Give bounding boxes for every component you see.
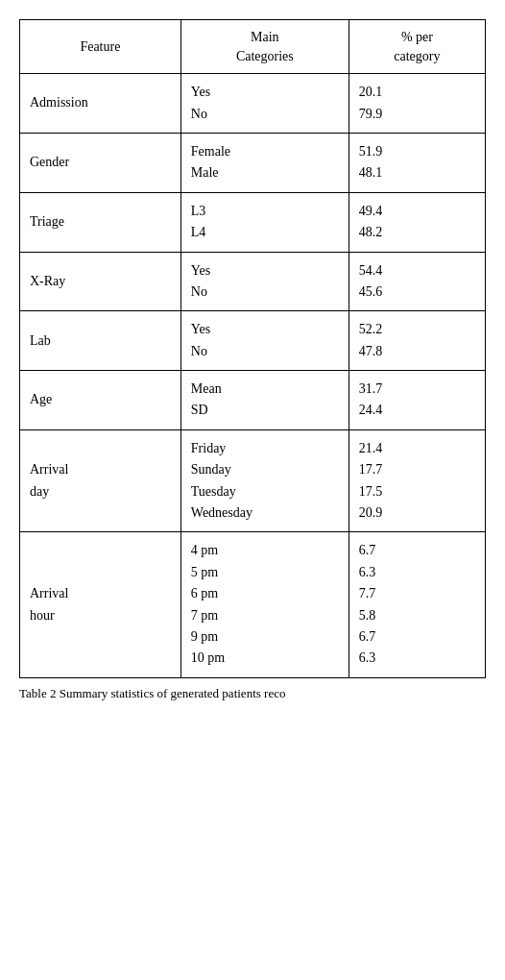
header-feature: Feature — [20, 20, 181, 74]
table-row: Age MeanSD 31.724.4 — [20, 371, 486, 430]
header-main-categories: MainCategories — [180, 20, 349, 74]
categories-arrival-day: FridaySundayTuesdayWednesday — [180, 429, 349, 532]
feature-admission: Admission — [20, 74, 181, 134]
categories-xray: YesNo — [180, 252, 349, 311]
categories-arrival-hour: 4 pm5 pm6 pm7 pm9 pm10 pm — [180, 532, 349, 677]
categories-gender: FemaleMale — [180, 133, 349, 192]
table-row: Triage L3L4 49.448.2 — [20, 192, 486, 252]
table-caption: Table 2 Summary statistics of generated … — [19, 686, 486, 701]
feature-lab: Lab — [20, 311, 181, 371]
percents-admission: 20.179.9 — [349, 74, 485, 134]
percents-arrival-day: 21.417.717.520.9 — [349, 429, 485, 532]
table-row: Admission YesNo 20.179.9 — [20, 74, 486, 134]
categories-lab: YesNo — [180, 311, 349, 371]
header-percent: % percategory — [349, 20, 485, 74]
summary-statistics-table: Feature MainCategories % percategory Adm… — [19, 19, 486, 678]
table-row: Arrivalday FridaySundayTuesdayWednesday … — [20, 429, 486, 532]
feature-xray: X-Ray — [20, 252, 181, 311]
table-row: Lab YesNo 52.247.8 — [20, 311, 486, 371]
table-container: Feature MainCategories % percategory Adm… — [19, 19, 486, 701]
feature-gender: Gender — [20, 133, 181, 192]
percents-xray: 54.445.6 — [349, 252, 485, 311]
percents-gender: 51.948.1 — [349, 133, 485, 192]
percents-triage: 49.448.2 — [349, 192, 485, 252]
table-row: Gender FemaleMale 51.948.1 — [20, 133, 486, 192]
percents-lab: 52.247.8 — [349, 311, 485, 371]
categories-triage: L3L4 — [180, 192, 349, 252]
percents-age: 31.724.4 — [349, 371, 485, 430]
feature-arrival-hour: Arrivalhour — [20, 532, 181, 677]
feature-age: Age — [20, 371, 181, 430]
table-row: Arrivalhour 4 pm5 pm6 pm7 pm9 pm10 pm 6.… — [20, 532, 486, 677]
table-row: X-Ray YesNo 54.445.6 — [20, 252, 486, 311]
categories-age: MeanSD — [180, 371, 349, 430]
feature-arrival-day: Arrivalday — [20, 429, 181, 532]
percents-arrival-hour: 6.76.37.75.86.76.3 — [349, 532, 485, 677]
categories-admission: YesNo — [180, 74, 349, 134]
feature-triage: Triage — [20, 192, 181, 252]
